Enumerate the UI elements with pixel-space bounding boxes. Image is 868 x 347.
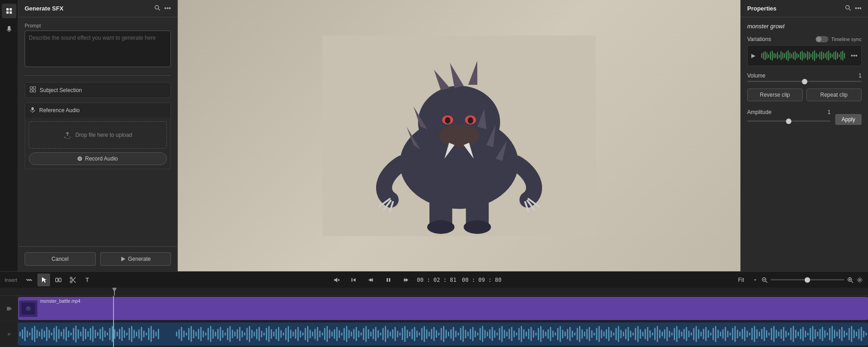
step-back-button[interactable] bbox=[348, 274, 360, 286]
svg-rect-441 bbox=[805, 331, 806, 337]
svg-rect-199 bbox=[217, 329, 219, 339]
waveform-more-icon[interactable]: ••• bbox=[851, 52, 858, 59]
svg-point-31 bbox=[464, 220, 491, 234]
svg-rect-92 bbox=[56, 278, 58, 282]
amplitude-slider[interactable] bbox=[747, 120, 831, 122]
svg-rect-153 bbox=[90, 328, 91, 340]
svg-line-5 bbox=[159, 9, 160, 11]
svg-rect-464 bbox=[861, 327, 862, 341]
search-icon[interactable] bbox=[154, 5, 160, 12]
svg-rect-257 bbox=[358, 331, 360, 337]
svg-point-41 bbox=[846, 5, 849, 9]
waveform-play-button[interactable]: ▶ bbox=[751, 52, 755, 59]
variations-label: Variations bbox=[747, 36, 771, 42]
svg-rect-145 bbox=[71, 332, 72, 335]
svg-rect-344 bbox=[569, 327, 571, 341]
play-forward-button[interactable] bbox=[400, 274, 412, 286]
props-more-icon[interactable]: ••• bbox=[855, 5, 862, 12]
more-icon[interactable]: ••• bbox=[164, 5, 171, 12]
preview-area bbox=[178, 0, 740, 271]
svg-rect-279 bbox=[412, 329, 413, 339]
prompt-textarea[interactable] bbox=[25, 31, 171, 67]
prompt-section: Prompt bbox=[25, 23, 171, 69]
svg-rect-61 bbox=[793, 52, 794, 59]
text-tool-icon: T bbox=[86, 277, 89, 283]
reverse-clip-button[interactable]: Reverse clip bbox=[747, 88, 803, 101]
props-search-icon[interactable] bbox=[845, 5, 851, 12]
svg-rect-74 bbox=[816, 53, 817, 58]
drop-zone[interactable]: Drop file here to upload bbox=[29, 121, 167, 149]
svg-rect-296 bbox=[453, 327, 454, 341]
svg-marker-91 bbox=[42, 277, 46, 283]
svg-rect-368 bbox=[628, 327, 629, 341]
svg-rect-385 bbox=[669, 331, 670, 337]
svg-rect-247 bbox=[334, 329, 335, 338]
svg-rect-284 bbox=[424, 326, 425, 342]
icon-bar bbox=[0, 0, 18, 271]
generate-button[interactable]: Generate bbox=[100, 252, 171, 266]
video-clip[interactable]: monster_battle.mp4 bbox=[18, 297, 868, 320]
settings-button[interactable] bbox=[856, 274, 863, 286]
waveform-tool-button[interactable] bbox=[23, 274, 36, 286]
svg-rect-330 bbox=[535, 332, 537, 335]
svg-rect-419 bbox=[751, 328, 753, 340]
play-pause-button[interactable] bbox=[382, 274, 394, 286]
svg-rect-458 bbox=[846, 332, 847, 335]
zoom-slider[interactable] bbox=[770, 279, 844, 280]
cut-tool-button[interactable] bbox=[67, 274, 79, 286]
apply-button[interactable]: Apply bbox=[835, 114, 862, 125]
play-back-button[interactable] bbox=[365, 274, 377, 286]
svg-rect-222 bbox=[273, 331, 274, 336]
text-tool-button[interactable]: T bbox=[81, 274, 94, 286]
svg-rect-177 bbox=[148, 328, 150, 340]
playhead[interactable] bbox=[114, 288, 115, 295]
subject-selection-row[interactable]: Subject Selection bbox=[25, 82, 171, 98]
svg-rect-139 bbox=[56, 326, 57, 342]
svg-rect-303 bbox=[470, 329, 471, 339]
zoom-in-button[interactable] bbox=[847, 275, 853, 285]
svg-rect-125 bbox=[22, 329, 23, 338]
svg-rect-182 bbox=[176, 331, 177, 336]
svg-rect-137 bbox=[51, 332, 52, 335]
svg-rect-394 bbox=[691, 332, 692, 335]
svg-rect-391 bbox=[683, 329, 685, 339]
svg-rect-106 bbox=[387, 278, 388, 282]
svg-rect-140 bbox=[58, 329, 60, 338]
svg-rect-272 bbox=[394, 327, 396, 341]
svg-rect-290 bbox=[438, 332, 439, 335]
generate-icon bbox=[120, 256, 126, 262]
repeat-clip-button[interactable]: Repeat clip bbox=[806, 88, 862, 101]
select-tool-button[interactable] bbox=[37, 274, 50, 286]
mute-button[interactable] bbox=[331, 274, 342, 286]
svg-rect-366 bbox=[623, 331, 624, 336]
audio-clip[interactable] bbox=[18, 322, 868, 346]
svg-rect-295 bbox=[450, 329, 452, 338]
svg-rect-405 bbox=[718, 330, 719, 338]
timeline-sync-toggle[interactable] bbox=[816, 36, 828, 42]
icon-bar-home[interactable] bbox=[2, 4, 16, 18]
record-audio-button[interactable]: Record Audio bbox=[29, 152, 167, 165]
volume-slider[interactable] bbox=[747, 81, 862, 82]
svg-rect-305 bbox=[475, 331, 476, 337]
svg-rect-143 bbox=[66, 327, 67, 341]
svg-rect-246 bbox=[331, 331, 333, 336]
zoom-label: Fit bbox=[738, 277, 751, 283]
amplitude-header: Amplitude 1 Apply bbox=[747, 108, 862, 125]
svg-rect-316 bbox=[501, 326, 503, 342]
svg-rect-442 bbox=[807, 332, 809, 335]
svg-rect-173 bbox=[139, 329, 140, 338]
svg-rect-389 bbox=[679, 330, 680, 338]
svg-rect-81 bbox=[828, 51, 829, 60]
properties-panel: Properties ••• monster growl Variations bbox=[740, 0, 868, 271]
icon-bar-audio[interactable] bbox=[2, 22, 16, 36]
svg-rect-53 bbox=[779, 55, 780, 58]
ripple-tool-button[interactable] bbox=[52, 274, 65, 286]
reference-audio-header[interactable]: Reference Audio bbox=[25, 103, 170, 118]
zoom-out-button[interactable] bbox=[761, 275, 768, 285]
svg-rect-200 bbox=[220, 327, 221, 341]
props-body: monster growl Variations Timeline sync ▶ bbox=[741, 17, 868, 271]
svg-rect-329 bbox=[533, 330, 534, 337]
sfx-header-icons: ••• bbox=[154, 5, 171, 12]
svg-rect-317 bbox=[504, 330, 505, 338]
cancel-button[interactable]: Cancel bbox=[25, 252, 96, 266]
